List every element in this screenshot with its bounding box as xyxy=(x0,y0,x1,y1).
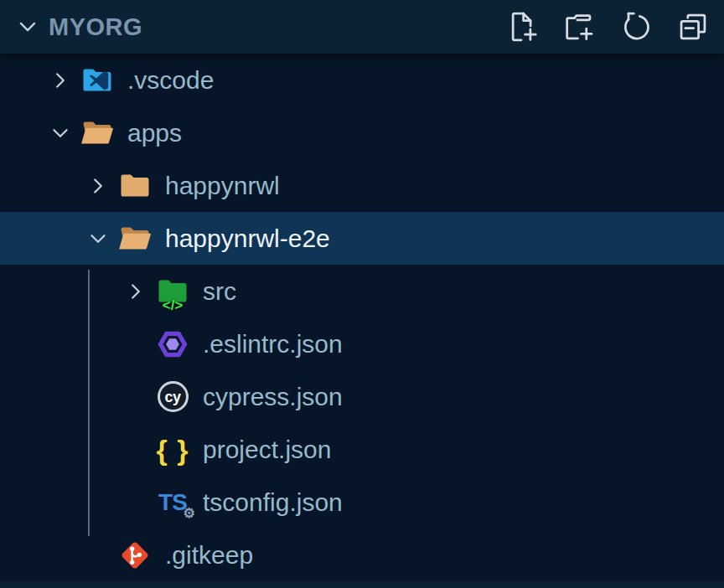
tree-item-tsconfig-json[interactable]: TS⚙ tsconfig.json xyxy=(0,476,724,529)
section-title: MYORG xyxy=(49,13,142,41)
twistie-spacer xyxy=(117,423,154,476)
indent-guide xyxy=(88,270,90,536)
explorer-section-header[interactable]: MYORG xyxy=(0,0,724,54)
tree-item-label: .eslintrc.json xyxy=(203,330,343,358)
chevron-right-icon[interactable] xyxy=(80,159,116,212)
file-tree: .vscode apps happynrwl happynrwl-e2e </>… xyxy=(0,54,724,581)
tree-item-gitkeep[interactable]: .gitkeep xyxy=(0,529,724,581)
tree-item-project-json[interactable]: { } project.json xyxy=(0,423,724,476)
code-brackets-glyph: </> xyxy=(163,298,184,312)
tree-item-label: .gitkeep xyxy=(165,541,253,570)
vscode-folder-icon xyxy=(79,54,116,106)
new-file-icon[interactable] xyxy=(503,8,541,46)
tree-item-label: happynrwl xyxy=(165,172,280,200)
folder-closed-icon xyxy=(116,159,153,212)
tree-item-vscode[interactable]: .vscode xyxy=(0,54,724,106)
twistie-spacer xyxy=(117,370,154,423)
tree-item-happynrwl-e2e[interactable]: happynrwl-e2e xyxy=(0,212,724,265)
eslint-icon xyxy=(154,317,191,370)
chevron-down-icon[interactable] xyxy=(80,212,116,265)
explorer-toolbar xyxy=(503,8,712,46)
tree-item-label: src xyxy=(203,277,236,306)
tree-item-label: happynrwl-e2e xyxy=(165,224,330,253)
twistie-spacer xyxy=(117,476,154,529)
gear-icon: ⚙ xyxy=(184,507,195,520)
folder-open-icon xyxy=(79,106,116,159)
tree-item-label: .vscode xyxy=(127,66,214,95)
tree-item-src[interactable]: </> src xyxy=(0,265,724,317)
tree-item-eslintrc-json[interactable]: .eslintrc.json xyxy=(0,317,724,370)
tree-item-apps[interactable]: apps xyxy=(0,106,724,159)
tree-item-label: apps xyxy=(127,119,182,147)
new-folder-icon[interactable] xyxy=(560,8,598,46)
tree-item-cypress-json[interactable]: cy cypress.json xyxy=(0,370,724,423)
tree-item-label: cypress.json xyxy=(203,383,343,411)
chevron-down-icon[interactable] xyxy=(42,106,79,159)
bottom-partial-row xyxy=(0,581,724,588)
src-folder-icon: </> xyxy=(154,265,191,317)
twistie-spacer xyxy=(80,529,116,581)
git-icon xyxy=(116,529,153,581)
chevron-right-icon[interactable] xyxy=(117,265,154,317)
tree-item-label: tsconfig.json xyxy=(203,488,343,517)
tree-item-happynrwl[interactable]: happynrwl xyxy=(0,159,724,212)
cypress-icon: cy xyxy=(154,370,191,423)
tree-item-label: project.json xyxy=(203,436,331,464)
chevron-right-icon[interactable] xyxy=(42,54,79,106)
typescript-config-icon: TS⚙ xyxy=(154,476,191,529)
twistie-spacer xyxy=(117,317,154,370)
folder-open-icon xyxy=(116,212,153,265)
json-braces-icon: { } xyxy=(154,423,191,476)
chevron-down-icon[interactable] xyxy=(13,14,42,39)
refresh-icon[interactable] xyxy=(617,8,655,46)
collapse-all-icon[interactable] xyxy=(674,8,712,46)
